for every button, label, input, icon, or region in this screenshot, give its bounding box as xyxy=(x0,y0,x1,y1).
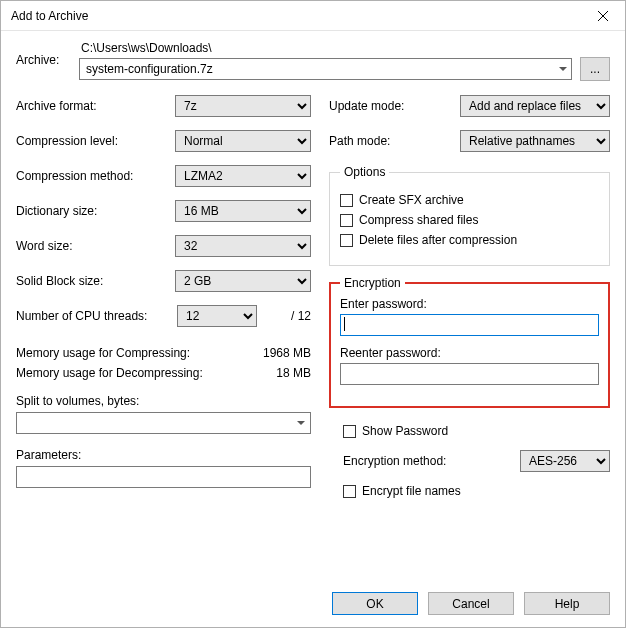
compression-level-label: Compression level: xyxy=(16,134,175,148)
sfx-label: Create SFX archive xyxy=(359,193,464,207)
show-password-checkbox[interactable] xyxy=(343,425,356,438)
mem-decompress-label: Memory usage for Decompressing: xyxy=(16,366,241,380)
cpu-threads-max: / 12 xyxy=(263,309,311,323)
text-caret xyxy=(344,317,345,331)
archive-path: C:\Users\ws\Downloads\ xyxy=(79,41,610,55)
archive-label: Archive: xyxy=(16,41,71,67)
path-mode-label: Path mode: xyxy=(329,134,460,148)
update-mode-select[interactable]: Add and replace files xyxy=(460,95,610,117)
left-column: Archive format: 7z Compression level: No… xyxy=(16,95,311,580)
dialog-buttons: OK Cancel Help xyxy=(16,580,610,615)
titlebar: Add to Archive xyxy=(1,1,625,31)
options-group: Options Create SFX archive Compress shar… xyxy=(329,165,610,266)
cpu-threads-select[interactable]: 12 xyxy=(177,305,257,327)
update-mode-label: Update mode: xyxy=(329,99,460,113)
options-legend: Options xyxy=(340,165,389,179)
word-size-label: Word size: xyxy=(16,239,175,253)
archive-name-value: system-configuration.7z xyxy=(86,62,213,76)
archive-row: Archive: C:\Users\ws\Downloads\ system-c… xyxy=(16,41,610,81)
browse-button[interactable]: ... xyxy=(580,57,610,81)
encryption-method-label: Encryption method: xyxy=(343,454,512,468)
ellipsis-icon: ... xyxy=(590,62,600,76)
help-button[interactable]: Help xyxy=(524,592,610,615)
archive-format-select[interactable]: 7z xyxy=(175,95,311,117)
path-mode-select[interactable]: Relative pathnames xyxy=(460,130,610,152)
encryption-method-select[interactable]: AES-256 xyxy=(520,450,610,472)
delete-after-label: Delete files after compression xyxy=(359,233,517,247)
parameters-label: Parameters: xyxy=(16,448,311,462)
ok-button[interactable]: OK xyxy=(332,592,418,615)
cancel-button[interactable]: Cancel xyxy=(428,592,514,615)
word-size-select[interactable]: 32 xyxy=(175,235,311,257)
archive-format-label: Archive format: xyxy=(16,99,175,113)
close-icon xyxy=(598,11,608,21)
shared-checkbox[interactable] xyxy=(340,214,353,227)
sfx-checkbox[interactable] xyxy=(340,194,353,207)
window-title: Add to Archive xyxy=(11,9,580,23)
mem-compress-value: 1968 MB xyxy=(241,346,311,360)
solid-block-size-select[interactable]: 2 GB xyxy=(175,270,311,292)
dictionary-size-select[interactable]: 16 MB xyxy=(175,200,311,222)
archive-name-combo[interactable]: system-configuration.7z xyxy=(79,58,572,80)
dictionary-size-label: Dictionary size: xyxy=(16,204,175,218)
compression-method-select[interactable]: LZMA2 xyxy=(175,165,311,187)
encryption-legend: Encryption xyxy=(340,276,405,290)
right-column: Update mode: Add and replace files Path … xyxy=(329,95,610,580)
solid-block-size-label: Solid Block size: xyxy=(16,274,175,288)
split-volumes-combo[interactable] xyxy=(16,412,311,434)
add-to-archive-window: Add to Archive Archive: C:\Users\ws\Down… xyxy=(0,0,626,628)
reenter-password-input[interactable] xyxy=(340,363,599,385)
reenter-password-label: Reenter password: xyxy=(340,346,599,360)
close-button[interactable] xyxy=(580,1,625,31)
split-volumes-label: Split to volumes, bytes: xyxy=(16,394,311,408)
chevron-down-icon xyxy=(559,67,567,71)
dialog-body: Archive: C:\Users\ws\Downloads\ system-c… xyxy=(1,31,625,627)
shared-label: Compress shared files xyxy=(359,213,478,227)
enter-password-label: Enter password: xyxy=(340,297,599,311)
parameters-input[interactable] xyxy=(16,466,311,488)
show-password-label: Show Password xyxy=(362,424,448,438)
mem-decompress-value: 18 MB xyxy=(241,366,311,380)
compression-method-label: Compression method: xyxy=(16,169,175,183)
enter-password-input[interactable] xyxy=(340,314,599,336)
compression-level-select[interactable]: Normal xyxy=(175,130,311,152)
mem-compress-label: Memory usage for Compressing: xyxy=(16,346,241,360)
encryption-group: Encryption Enter password: Reenter passw… xyxy=(329,276,610,408)
delete-after-checkbox[interactable] xyxy=(340,234,353,247)
cpu-threads-label: Number of CPU threads: xyxy=(16,309,177,323)
encrypt-filenames-label: Encrypt file names xyxy=(362,484,461,498)
encrypt-filenames-checkbox[interactable] xyxy=(343,485,356,498)
